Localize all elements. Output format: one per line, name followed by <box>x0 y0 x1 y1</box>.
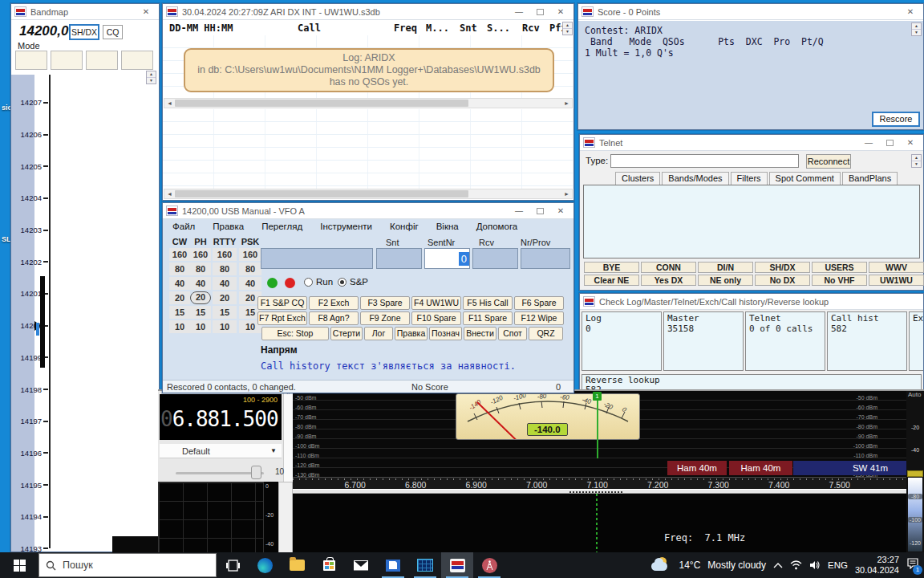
band-button[interactable]: 10 <box>213 320 237 333</box>
band-button[interactable]: 160 <box>239 248 261 261</box>
band-button[interactable]: 160 <box>213 248 237 261</box>
band-button[interactable]: 15 <box>169 306 190 319</box>
band-button[interactable]: 15 <box>190 306 211 319</box>
telnet-command-button[interactable]: USERS <box>812 262 867 273</box>
telnet-command-button[interactable]: CONN <box>641 262 696 273</box>
band-button[interactable]: 20 <box>190 291 211 304</box>
maximize-icon[interactable] <box>880 136 899 149</box>
waterfall-display[interactable]: Freq: 7.1 MHz <box>293 494 906 556</box>
col-datetime[interactable]: DD-MM HH:MM <box>169 22 233 34</box>
frequency-ruler[interactable]: 6.7006.8006.9007.0007.1007.2007.3007.400… <box>293 477 906 489</box>
speaker-icon[interactable] <box>809 560 821 570</box>
bandmap-titlebar[interactable]: Bandmap ✕ <box>11 4 159 20</box>
function-key-button[interactable]: F3 Spare <box>360 296 410 310</box>
telnet-tab[interactable]: Bands/Modes <box>662 172 728 185</box>
telnet-tab[interactable]: BandPlans <box>842 172 898 185</box>
close-icon[interactable]: ✕ <box>901 6 920 18</box>
sp-radio[interactable]: S&P <box>338 277 368 287</box>
entry-titlebar[interactable]: 14200,00 USB Manual - VFO A — ✕ <box>163 203 573 219</box>
telnet-font-spinner[interactable]: ▲▼ <box>911 154 922 168</box>
function-key-button[interactable]: F8 Agn? <box>309 311 359 325</box>
telnet-spot-list[interactable] <box>583 185 920 258</box>
band-button[interactable]: 160 <box>190 248 211 261</box>
col-mode[interactable]: M... <box>426 22 449 34</box>
minimize-icon[interactable]: — <box>859 136 878 149</box>
colorbar-handle[interactable] <box>907 470 923 477</box>
sdr-app-button[interactable] <box>473 552 505 578</box>
action-button[interactable]: QRZ <box>529 327 563 340</box>
function-key-button[interactable]: F6 Spare <box>514 296 564 310</box>
nrprov-input[interactable] <box>521 248 570 269</box>
colorbar-auto-label[interactable]: Auto <box>908 391 921 398</box>
audio-spectrum-chart[interactable] <box>158 482 264 556</box>
band-button[interactable]: 20 <box>213 291 237 304</box>
rescore-button[interactable]: Rescore <box>872 112 920 127</box>
function-key-button[interactable]: F10 Spare <box>411 311 461 325</box>
sdr-frequency-display[interactable]: 100 - 2900 06.881.500 <box>160 394 282 440</box>
menu-item[interactable]: Перегляд <box>261 222 302 231</box>
bandplan-app-button[interactable] <box>409 552 441 578</box>
telnet-titlebar[interactable]: Telnet — ✕ <box>580 135 923 151</box>
waterfall-colorbar[interactable]: Auto -20 -40 -80 -100 -120 <box>906 391 924 556</box>
check-panel[interactable]: Log 0 <box>582 311 662 371</box>
wifi-icon[interactable] <box>790 560 802 570</box>
function-key-button[interactable]: F4 UW1WU <box>411 296 461 310</box>
col-s[interactable]: S... <box>487 22 510 34</box>
col-rcv[interactable]: Rcv <box>522 22 540 34</box>
file-explorer-button[interactable] <box>281 552 313 578</box>
telnet-command-button[interactable]: WWV <box>869 262 924 273</box>
close-icon[interactable]: ✕ <box>901 136 920 149</box>
function-key-button[interactable]: F1 S&P CQ <box>257 296 307 310</box>
action-button[interactable]: Лог <box>364 327 393 340</box>
check-panel[interactable]: Call hist 582 <box>827 311 907 371</box>
log-scrollbar-bottom[interactable]: ◄ ► <box>164 189 573 199</box>
band-button[interactable]: 80 <box>169 263 190 275</box>
band-button[interactable]: 40 <box>169 277 190 290</box>
telnet-tab[interactable]: Filters <box>731 172 768 185</box>
menu-item[interactable]: Допомога <box>476 222 518 231</box>
close-icon[interactable]: ✕ <box>551 6 570 18</box>
taskbar-search-box[interactable]: Пошук <box>38 553 217 577</box>
sentnr-input[interactable]: 0 <box>424 248 470 269</box>
telnet-command-button[interactable]: BYE <box>584 262 639 273</box>
run-radio[interactable]: Run <box>304 277 333 287</box>
band-button[interactable]: 80 <box>190 263 211 275</box>
band-button[interactable]: 40 <box>213 277 237 290</box>
score-titlebar[interactable]: Score - 0 Points ✕ <box>578 4 923 20</box>
band-button[interactable]: 40 <box>239 277 261 290</box>
mode-box[interactable] <box>86 51 118 70</box>
cq-button[interactable]: CQ <box>103 25 123 39</box>
weather-temperature[interactable]: 14°C <box>679 560 701 571</box>
telnet-command-button[interactable]: Clear NE <box>584 275 639 286</box>
menu-item[interactable]: Правка <box>213 222 244 231</box>
band-button[interactable]: 40 <box>190 277 211 290</box>
maximize-icon[interactable] <box>530 6 549 18</box>
telnet-command-button[interactable]: SH/DX <box>755 262 810 273</box>
tray-chevron-icon[interactable] <box>773 562 783 568</box>
check-titlebar[interactable]: Check Log/Master/Telnet/Exch/Call histor… <box>580 294 923 310</box>
n1mm-taskbar-button[interactable] <box>441 552 473 578</box>
notification-center-button[interactable]: 1 <box>906 558 919 572</box>
function-key-button[interactable]: F11 Spare <box>463 311 513 325</box>
panel-scrollbar[interactable]: ^ <box>283 391 293 486</box>
minimize-icon[interactable]: — <box>509 6 529 18</box>
band-button[interactable]: 10 <box>190 320 211 333</box>
telnet-command-button[interactable]: UW1WU <box>869 275 924 286</box>
band-button[interactable]: 160 <box>169 248 190 261</box>
language-indicator[interactable]: ENG <box>828 560 848 570</box>
telnet-tab[interactable]: Clusters <box>615 172 660 185</box>
profile-dropdown[interactable]: Default ▼ <box>160 444 282 458</box>
telnet-command-button[interactable]: DI/N <box>698 262 753 273</box>
minimize-icon[interactable]: — <box>509 205 529 218</box>
microsoft-store-button[interactable] <box>313 552 345 578</box>
start-button[interactable] <box>0 552 38 578</box>
menu-item[interactable]: Файл <box>172 222 195 231</box>
log-grid-pane-bottom[interactable] <box>163 109 573 189</box>
band-button[interactable]: 80 <box>213 263 237 275</box>
maximize-icon[interactable] <box>530 205 549 218</box>
mode-box[interactable] <box>121 51 153 70</box>
menu-item[interactable]: Вікна <box>436 222 459 231</box>
band-button[interactable]: 10 <box>169 320 190 333</box>
function-key-button[interactable]: F9 Zone <box>360 311 410 325</box>
function-key-button[interactable]: F2 Exch <box>309 296 359 310</box>
